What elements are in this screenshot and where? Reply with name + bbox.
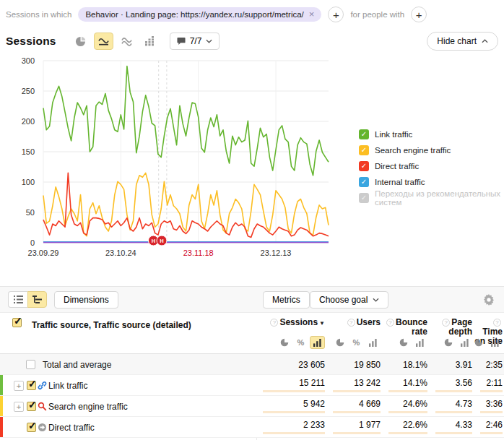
svg-text:Н: Н [160, 238, 163, 244]
select-all-checkbox[interactable] [12, 318, 22, 327]
sessions-chart: 05010015020025030023.09.2923.10.2423.11.… [0, 55, 504, 285]
remove-segment-icon[interactable]: × [309, 11, 315, 18]
column-chart-type-button[interactable] [140, 33, 160, 50]
line-chart-type-button[interactable] [94, 33, 113, 50]
time-display-toggles [471, 336, 503, 349]
hide-chart-label: Hide chart [437, 36, 477, 46]
legend-item-search-engine-traffic[interactable]: ✓ Search engine traffic [359, 145, 504, 155]
column-header-sessions: ?Sessions▼ % [256, 313, 326, 353]
add-session-condition-button[interactable]: + [328, 7, 344, 22]
pie-toggle-icon[interactable] [440, 336, 456, 349]
checked-checkbox-icon: ✓ [359, 177, 369, 187]
percent-toggle-icon[interactable]: % [349, 336, 364, 349]
sort-by-bounce-rate[interactable]: Bounce rate [396, 317, 427, 337]
row-label[interactable]: Direct traffic [48, 423, 95, 433]
bars-toggle-icon[interactable] [365, 336, 381, 349]
legend-item-link-traffic[interactable]: ✓ Link traffic [359, 129, 504, 139]
help-icon[interactable]: ? [270, 319, 278, 327]
comment-bubble-icon [177, 37, 186, 46]
cell-bounce-rate: 14.1% [403, 378, 427, 388]
pie-toggle-icon[interactable] [332, 336, 347, 349]
segment-filter-bar: Sessions in which Behavior · Landing pag… [6, 6, 501, 23]
cell-page-depth: 4.33 [456, 420, 472, 430]
svg-text:50: 50 [26, 208, 35, 217]
cell-bar [388, 432, 427, 434]
percent-toggle-icon[interactable]: % [293, 336, 308, 349]
cell-bar [435, 411, 472, 413]
tree-view-button[interactable] [27, 291, 47, 308]
pie-toggle-icon[interactable] [471, 336, 486, 349]
legend-item-internal-traffic[interactable]: ✓ Internal traffic [359, 177, 504, 187]
pie-toggle-icon[interactable] [396, 336, 411, 349]
cell-page-depth: 3.56 [456, 378, 472, 388]
metric-headers: ?Sessions▼ % ?Users % ?B [256, 313, 504, 353]
cell-page-depth: 4.73 [456, 399, 472, 409]
view-toggle-group [8, 291, 47, 308]
cell-bounce-rate: 22.6% [403, 420, 427, 430]
total-bounce-rate: 18.1% [403, 360, 427, 370]
stacked-chart-type-button[interactable] [117, 33, 136, 50]
legend-item-direct-traffic[interactable]: ✓ Direct traffic [359, 161, 504, 171]
table-header-row: Traffic source, Traffic source (detailed… [0, 313, 504, 354]
legend-label: Search engine traffic [375, 146, 451, 155]
legend-label: Link traffic [375, 130, 412, 139]
cell-bar [388, 411, 427, 413]
help-icon[interactable]: ? [347, 319, 355, 327]
help-icon[interactable]: ? [493, 319, 501, 327]
total-row-metrics: 23 605 19 850 18.1% 3.91 2:35 [256, 354, 504, 374]
row-checkbox[interactable] [27, 423, 36, 432]
help-icon[interactable]: ? [386, 319, 394, 327]
sort-by-sessions[interactable]: Sessions [279, 317, 318, 327]
svg-text:23.09.29: 23.09.29 [28, 249, 59, 257]
svg-text:250: 250 [22, 87, 35, 95]
column-chart-icon [144, 36, 155, 46]
total-users: 19 850 [354, 360, 381, 370]
segment-tag-landing-page[interactable]: Behavior · Landing page: https://yandex.… [78, 7, 321, 22]
legend-label: Direct traffic [375, 162, 419, 171]
row-checkbox[interactable] [26, 360, 35, 369]
table-settings-gear-icon[interactable] [483, 294, 495, 309]
for-people-with-label: for people with [350, 10, 404, 19]
cell-bar [435, 390, 472, 392]
cell-bar [333, 432, 381, 434]
pie-chart-icon [75, 36, 86, 47]
row-checkbox[interactable] [27, 381, 36, 390]
help-icon[interactable]: ? [442, 319, 450, 327]
sort-desc-icon: ▼ [319, 320, 325, 327]
dimensions-button[interactable]: Dimensions [54, 291, 118, 309]
expand-row-button[interactable]: + [14, 381, 24, 391]
column-header-users: ?Users % [326, 313, 382, 353]
expand-row-button[interactable]: + [14, 402, 24, 412]
list-view-button[interactable] [8, 291, 27, 308]
total-page-depth: 3.91 [456, 360, 472, 370]
stacked-area-icon [121, 37, 132, 46]
cell-bar [388, 390, 427, 392]
legend-label: Internal traffic [375, 178, 425, 186]
add-user-condition-button[interactable]: + [411, 7, 427, 22]
row-checkbox[interactable] [27, 402, 36, 411]
checked-checkbox-icon: ✓ [359, 129, 369, 139]
sort-by-users[interactable]: Users [357, 317, 381, 327]
dimension-column-header[interactable]: Traffic source, Traffic source (detailed… [32, 320, 191, 330]
annotations-dropdown[interactable]: 7/7 [170, 33, 220, 50]
hide-chart-button[interactable]: Hide chart [427, 32, 498, 51]
bars-toggle-icon[interactable] [487, 336, 503, 349]
cell-time-on-site: 2:46 [486, 420, 503, 430]
cell-bar [480, 432, 503, 434]
cell-bar [263, 432, 325, 434]
choose-goal-dropdown[interactable]: Choose goal [310, 291, 388, 309]
pie-chart-type-button[interactable] [71, 33, 90, 50]
depth-display-toggles [440, 336, 472, 349]
row-label[interactable]: Link traffic [48, 381, 87, 391]
bars-toggle-icon[interactable] [457, 336, 472, 349]
pie-toggle-icon[interactable] [277, 336, 292, 349]
sort-by-page-depth[interactable]: Page depth [448, 317, 472, 337]
row-label[interactable]: Search engine traffic [48, 402, 128, 412]
metrics-button[interactable]: Metrics [263, 291, 310, 309]
bars-toggle-icon[interactable] [412, 336, 427, 349]
cell-sessions: 5 942 [303, 399, 325, 409]
cell-users: 4 669 [359, 399, 381, 409]
legend-item-recommendation-systems: ✓ Переходы из рекомендательных систем [359, 193, 504, 203]
bars-toggle-icon[interactable] [310, 336, 325, 349]
cell-bar [480, 411, 503, 413]
